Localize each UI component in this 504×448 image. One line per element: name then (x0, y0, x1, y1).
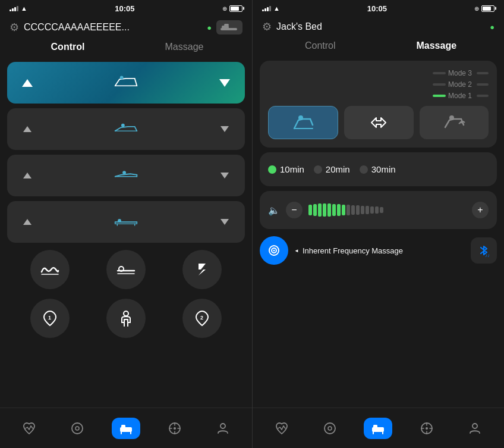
vol-seg-8 (342, 205, 345, 215)
preset-1-button[interactable]: 1 (30, 299, 70, 338)
tab-control-right[interactable]: Control (262, 38, 379, 54)
vol-seg-14 (370, 206, 374, 214)
control-row-2 (7, 108, 245, 150)
person-preset-button[interactable] (106, 299, 146, 338)
volume-up-button[interactable]: + (472, 202, 489, 218)
svg-point-22 (273, 250, 275, 252)
volume-down-button[interactable]: − (286, 202, 303, 218)
freq-text: Inherent Frequency Massage (303, 246, 403, 255)
svg-point-6 (118, 219, 121, 223)
svg-point-9 (124, 311, 128, 316)
up-button-3[interactable] (18, 166, 37, 185)
svg-point-24 (325, 423, 335, 434)
nav-schedule-left[interactable] (63, 418, 92, 439)
mode-2-dot (433, 83, 446, 86)
mode-2-item[interactable]: Mode 2 (433, 80, 489, 89)
mode-3-label: Mode 3 (448, 69, 472, 77)
massage-panel: Mode 3 Mode 2 Mode 1 (253, 58, 504, 408)
nav-location-left[interactable] (160, 418, 189, 439)
tab-massage-left[interactable]: Massage (126, 39, 242, 55)
vol-seg-3 (318, 203, 322, 217)
nav-location-right[interactable] (412, 418, 441, 439)
nav-health-left[interactable] (15, 418, 43, 439)
time-20-dot (314, 165, 322, 174)
bluetooth-button[interactable]: ♪♪ (471, 237, 497, 264)
vol-seg-2 (313, 204, 317, 216)
wifi-icon: ▲ (21, 5, 27, 12)
svg-rect-26 (372, 427, 384, 432)
svg-point-29 (426, 427, 428, 430)
wifi-status-icon-right: ● (490, 23, 494, 32)
svg-point-3 (120, 76, 124, 79)
right-phone: ▲ 10:05 ⊕ ⚙ Jack's Bed ● Control Massage (252, 0, 504, 448)
location-icon-right: ⊕ (474, 5, 479, 12)
wifi-icon-right: ▲ (273, 5, 280, 12)
time-display-right: 10:05 (367, 4, 387, 13)
settings-icon-right[interactable]: ⚙ (262, 20, 272, 33)
flat-preset-button[interactable] (106, 250, 146, 289)
vol-seg-15 (375, 206, 379, 214)
bottom-nav-right (253, 408, 504, 448)
device-header-left: ⚙ CCCCCAAAAAEEEEE... ● (0, 17, 252, 37)
up-button-1[interactable] (18, 73, 37, 92)
down-button-3[interactable] (215, 166, 234, 185)
time-10-dot (268, 165, 276, 174)
time-options: 10min 20min 30min (268, 161, 489, 178)
sync-massage-button[interactable] (344, 106, 413, 139)
nav-health-right[interactable] (267, 418, 296, 439)
signal-icon-right (262, 6, 271, 11)
battery-icon-right (481, 5, 494, 12)
status-bar-left: ▲ 10:05 ⊕ (0, 0, 252, 17)
time-30-label: 30min (371, 164, 396, 174)
preset-2-button[interactable]: 2 (182, 299, 222, 338)
nav-bed-left[interactable] (112, 418, 140, 439)
svg-text:♪♪: ♪♪ (485, 253, 489, 257)
vol-seg-9 (346, 205, 350, 215)
body-massage-button[interactable] (268, 106, 338, 139)
svg-point-11 (72, 423, 83, 434)
vol-seg-6 (332, 204, 336, 216)
vol-seg-16 (380, 207, 383, 213)
mode-1-item[interactable]: Mode 1 (433, 92, 489, 100)
volume-card: 🔈 − (260, 191, 497, 229)
vol-seg-13 (366, 206, 369, 214)
battery-area: ⊕ (222, 5, 242, 12)
svg-point-5 (122, 171, 126, 174)
mode-3-item[interactable]: Mode 3 (433, 69, 489, 77)
sleep-preset-button[interactable] (182, 250, 222, 289)
vol-seg-1 (308, 205, 312, 215)
down-button-1[interactable] (215, 73, 234, 92)
nav-user-right[interactable] (461, 418, 489, 439)
down-button-4[interactable] (215, 212, 234, 231)
up-button-2[interactable] (18, 120, 37, 139)
volume-icon: 🔈 (268, 205, 280, 216)
down-button-2[interactable] (215, 120, 234, 139)
time-30min[interactable]: 30min (360, 164, 396, 174)
action-row: ◄ Inherent Frequency Massage ♪♪ (260, 236, 497, 265)
tab-control-left[interactable]: Control (10, 39, 126, 55)
bottom-nav-left (0, 408, 252, 448)
wave-preset-button[interactable] (30, 250, 70, 289)
settings-icon[interactable]: ⚙ (10, 21, 19, 34)
wave-massage-button[interactable] (420, 106, 489, 139)
svg-point-30 (472, 424, 477, 428)
mode-2-label: Mode 2 (448, 80, 472, 89)
svg-rect-27 (373, 425, 377, 428)
nav-user-left[interactable] (209, 418, 237, 439)
time-display: 10:05 (115, 4, 134, 13)
svg-text:1: 1 (48, 315, 51, 321)
tab-massage-right[interactable]: Massage (379, 38, 495, 54)
frequency-button[interactable] (260, 236, 288, 265)
bed-figure-4 (113, 212, 139, 231)
circle-row-1 (7, 248, 245, 292)
bed-shape-icon (216, 20, 242, 35)
svg-point-4 (121, 124, 125, 127)
nav-bed-right[interactable] (364, 418, 392, 439)
up-button-4[interactable] (18, 212, 37, 231)
time-20min[interactable]: 20min (314, 164, 350, 174)
svg-point-19 (449, 115, 454, 120)
nav-schedule-right[interactable] (316, 418, 344, 439)
vol-seg-12 (361, 206, 364, 214)
massage-icon-row (268, 106, 489, 139)
time-10min[interactable]: 10min (268, 164, 304, 174)
